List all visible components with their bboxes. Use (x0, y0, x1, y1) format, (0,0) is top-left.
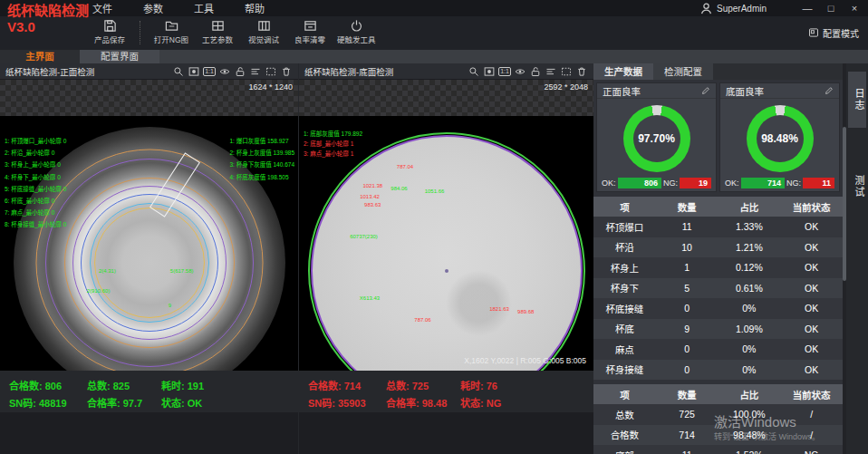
table-row[interactable]: 底部111.52%NG (593, 445, 843, 454)
status-item-合格率: 合格率: 98.48 (386, 395, 460, 410)
fit-icon[interactable] (483, 65, 496, 77)
menu-tools[interactable]: 工具 (190, 1, 217, 15)
sidebar-tab-logs[interactable]: 日志 (848, 72, 866, 128)
annotation-line: 4: 杯身下_最小轮廓 0 (5, 172, 66, 184)
menu-help[interactable]: 帮助 (241, 1, 268, 15)
table-row[interactable]: 杯底接缝00%OK (593, 298, 843, 319)
tab-inspection-config[interactable]: 检测配置 (653, 63, 713, 80)
search-icon[interactable] (468, 65, 480, 77)
toolbar-button-save[interactable]: 产品保存 (91, 19, 129, 44)
column-header: 项 (593, 384, 656, 404)
annotation-line: 8: 杯身接缝_最小轮廓 0 (5, 219, 66, 231)
one-to-one-label: 1:1 (498, 67, 511, 76)
table-cell: 杯底接缝 (593, 298, 656, 319)
table-row[interactable]: 杯顶爆口111.33%OK (593, 217, 843, 237)
status-item-合格数: 合格数: 806 (9, 378, 87, 392)
trash-icon[interactable] (280, 65, 293, 77)
panel-icon (257, 19, 271, 33)
center-mark (445, 269, 448, 273)
roi-icon[interactable] (265, 65, 277, 77)
histogram-icon[interactable] (545, 65, 557, 77)
defect-label: 2(910.60) (87, 288, 111, 294)
annotation-line: 1: 杯顶爆口_最小轮廓 0 (5, 136, 66, 148)
table-cell: 100.0% (719, 404, 781, 425)
bottom-viewer-canvas[interactable]: 2592 * 2048 1: 底部灰度值 179.8922: 底部_最小轮廓 1… (299, 80, 593, 412)
tab-production-data[interactable]: 生产数据 (593, 63, 653, 80)
toolbar-separator (140, 21, 141, 44)
table-row[interactable]: 杯身下50.61%OK (593, 278, 843, 299)
edit-icon[interactable] (701, 82, 710, 99)
menu-params[interactable]: 参数 (140, 1, 167, 15)
bottom-yield-card: 底面良率 98.48% OK: 714 NG: 11 (719, 82, 840, 192)
front-yield-percent: 97.70% (638, 132, 675, 145)
totals-table: 项数量占比当前状态总数725100.0%/合格数71498.48%/底部111.… (593, 384, 843, 454)
unlock-icon[interactable] (529, 65, 542, 77)
column-header: 项 (593, 197, 656, 217)
status-item-耗时: 耗时: 191 (161, 378, 289, 392)
close-button[interactable]: × (843, 0, 866, 16)
defect-label: 787.06 (414, 317, 430, 323)
trash-icon[interactable] (575, 65, 588, 77)
bottom-camera-image[interactable]: 1: 底部灰度值 179.8922: 底部_最小轮廓 13: 麻点_最小轮廓 1… (299, 116, 593, 384)
person-icon (699, 2, 713, 15)
bottom-viewer-toolbar: 1:1 (468, 65, 588, 77)
ng-count-bar: 19 (680, 178, 711, 188)
column-header: 当前状态 (780, 384, 843, 404)
front-viewer-title: 纸杯缺陷检测-正面检测 (5, 65, 172, 78)
toolbar-button-power[interactable]: 硬触发工具 (337, 19, 376, 44)
unlock-icon[interactable] (234, 65, 246, 77)
ng-count-bar: 11 (803, 178, 834, 188)
user-name: SuperAdmin (717, 4, 767, 14)
roi-icon[interactable] (560, 65, 573, 77)
overlay-ring-yellow (94, 208, 205, 318)
toolbar-button-panel[interactable]: 视觉调试 (245, 19, 283, 44)
config-mode-label: 配置模式 (823, 26, 859, 40)
table-cell: 1.09% (719, 319, 781, 340)
sidebar-tab-test[interactable]: 测试 (848, 164, 866, 209)
app-version: V3.0 (7, 19, 91, 35)
table-row[interactable]: 杯身上10.12%OK (593, 257, 843, 278)
eye-icon[interactable] (514, 65, 526, 77)
column-header: 数量 (656, 384, 719, 404)
tab-config[interactable]: 配置界面 (80, 50, 159, 63)
config-mode-button[interactable]: 配置模式 (808, 26, 859, 40)
front-camera-image[interactable]: 1: 杯顶爆口_最小轮廓 02: 杯沿_最小轮廓 03: 杯身上_最小轮廓 04… (0, 116, 298, 403)
search-icon[interactable] (172, 65, 185, 77)
bottom-viewer-title: 纸杯缺陷检测-底面检测 (304, 65, 468, 78)
menu-file[interactable]: 文件 (89, 1, 116, 15)
scrollbar-thumb[interactable] (843, 127, 846, 281)
table-row[interactable]: 麻点00%OK (593, 339, 843, 360)
table-row[interactable]: 杯沿101.21%OK (593, 237, 843, 258)
toolbar-button-folder[interactable]: 打开NG图 (152, 19, 190, 44)
cup-bottom-photo (308, 132, 585, 384)
maximize-button[interactable]: □ (819, 0, 843, 16)
table-row[interactable]: 杯身接缝00%OK (593, 360, 843, 381)
minimize-button[interactable]: — (796, 0, 819, 16)
tab-main[interactable]: 主界面 (0, 50, 80, 63)
table-cell: 98.48% (719, 425, 781, 446)
toolbar-button-clear[interactable]: 良率清零 (291, 19, 329, 44)
table-row[interactable]: 杯底91.09%OK (593, 319, 843, 340)
bottom-image-resolution: 2592 * 2048 (544, 82, 588, 92)
table-cell: OK (780, 339, 843, 360)
table-cell: 9 (656, 319, 719, 340)
bottom-annotation-list: 1: 底部灰度值 179.8922: 底部_最小轮廓 13: 麻点_最小轮廓 1 (304, 129, 362, 159)
table-cell: OK (780, 298, 843, 319)
eye-icon[interactable] (218, 65, 231, 77)
table-cell: OK (780, 217, 843, 237)
front-viewer-canvas[interactable]: 1624 * 1240 1: 杯顶爆口_最小轮廓 02: 杯沿_最小轮廓 03:… (0, 80, 298, 412)
one-to-one-icon[interactable]: 1:1 (498, 65, 511, 77)
edit-icon[interactable] (825, 82, 834, 99)
defect-label: 989.68 (517, 309, 534, 314)
table-row[interactable]: 总数725100.0%/ (593, 404, 843, 425)
toolbar-button-grid[interactable]: 工艺参数 (198, 19, 236, 44)
fit-icon[interactable] (188, 65, 200, 77)
scrollbar-track[interactable] (843, 63, 846, 454)
histogram-icon[interactable] (249, 65, 262, 77)
current-user[interactable]: SuperAdmin (699, 0, 767, 16)
table-cell: OK (780, 278, 843, 299)
data-table: 项数量占比当前状态杯顶爆口111.33%OK杯沿101.21%OK杯身上10.1… (593, 197, 843, 380)
one-to-one-icon[interactable]: 1:1 (203, 65, 216, 77)
bottom-inspection-viewer: 纸杯缺陷检测-底面检测 1:1 2592 * 2048 1: 底部灰度值 179… (299, 63, 593, 454)
table-row[interactable]: 合格数71498.48%/ (593, 425, 843, 446)
